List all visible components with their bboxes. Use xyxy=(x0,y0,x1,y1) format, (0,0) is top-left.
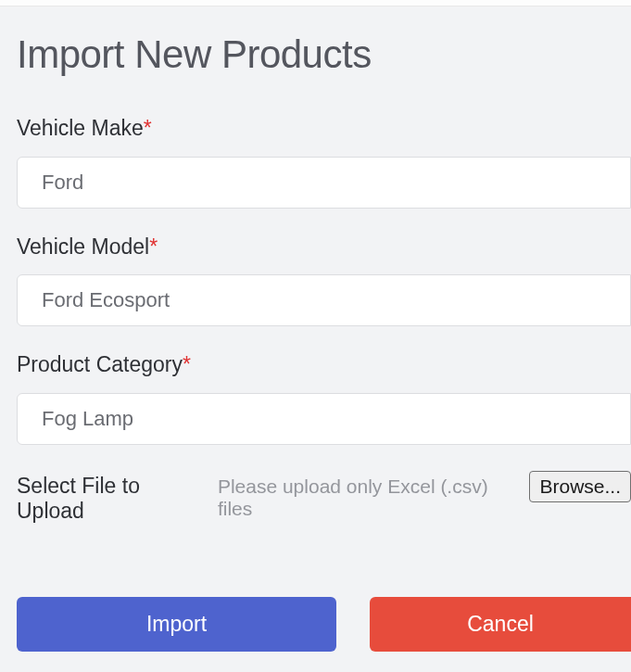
required-mark: * xyxy=(183,352,191,376)
cancel-button[interactable]: Cancel xyxy=(370,597,631,652)
action-button-row: Import Cancel xyxy=(17,597,631,652)
form-container: Import New Products Vehicle Make* Vehicl… xyxy=(0,6,631,524)
file-upload-hint: Please upload only Excel (.csv) files xyxy=(218,475,521,520)
page-title: Import New Products xyxy=(17,32,631,77)
import-button[interactable]: Import xyxy=(17,597,336,652)
vehicle-make-input[interactable] xyxy=(17,157,631,209)
file-upload-label: Select File to Upload xyxy=(17,474,208,524)
vehicle-model-input[interactable] xyxy=(17,274,631,326)
vehicle-make-label: Vehicle Make xyxy=(17,116,144,140)
vehicle-model-group: Vehicle Model* xyxy=(17,235,631,327)
vehicle-model-label: Vehicle Model xyxy=(17,235,149,259)
browse-button[interactable]: Browse... xyxy=(529,471,631,502)
required-mark: * xyxy=(144,116,152,140)
file-upload-row: Select File to Upload Please upload only… xyxy=(17,471,631,524)
vehicle-make-group: Vehicle Make* xyxy=(17,116,631,209)
product-category-input[interactable] xyxy=(17,393,631,445)
required-mark: * xyxy=(149,235,158,259)
product-category-group: Product Category* xyxy=(17,352,631,445)
top-bar xyxy=(0,0,631,6)
product-category-label: Product Category xyxy=(17,352,183,376)
